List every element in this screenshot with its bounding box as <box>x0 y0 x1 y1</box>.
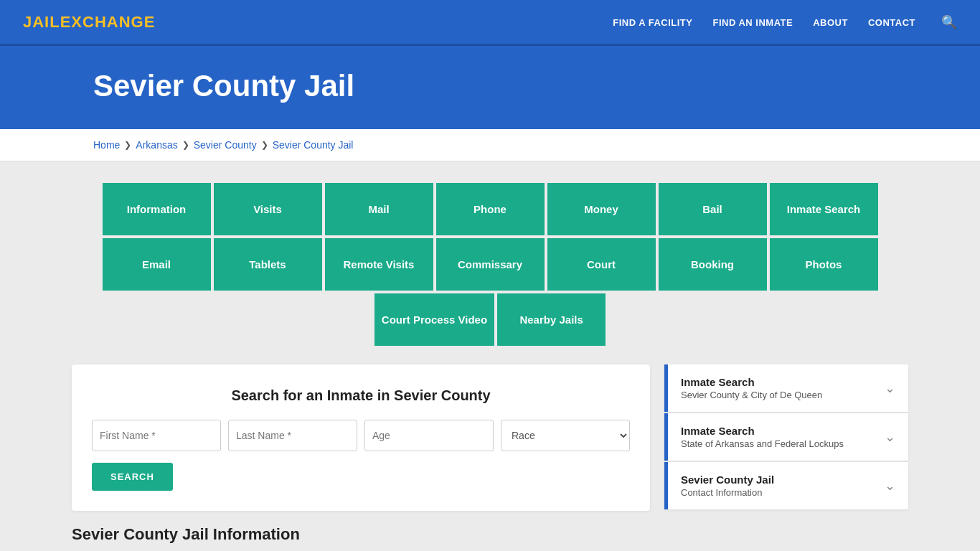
btn-nearby-jails[interactable]: Nearby Jails <box>496 292 607 347</box>
navbar: JAILEXCHANGE FIND A FACILITY FIND AN INM… <box>0 0 980 46</box>
nav-contact[interactable]: CONTACT <box>868 16 915 29</box>
sidebar-county-title: Inmate Search <box>681 376 822 388</box>
nav-find-facility[interactable]: FIND A FACILITY <box>613 16 692 29</box>
breadcrumb-sep-1: ❯ <box>124 140 131 150</box>
bottom-section: Sevier County Jail Information <box>72 525 908 544</box>
btn-commissary[interactable]: Commissary <box>435 237 546 292</box>
btn-email[interactable]: Email <box>101 237 212 292</box>
breadcrumb-sep-2: ❯ <box>182 140 189 150</box>
first-name-input[interactable] <box>92 420 221 451</box>
btn-phone[interactable]: Phone <box>435 182 546 237</box>
search-button[interactable]: SEARCH <box>92 463 173 491</box>
search-form-box: Search for an Inmate in Sevier County Ra… <box>72 364 650 511</box>
chevron-down-icon-3: ⌄ <box>885 478 895 494</box>
grid-buttons: Information Visits Mail Phone Money Bail… <box>72 182 908 347</box>
nav-about[interactable]: ABOUT <box>813 16 848 29</box>
btn-court-process-video[interactable]: Court Process Video <box>373 292 496 347</box>
btn-bail[interactable]: Bail <box>657 182 768 237</box>
sidebar-item-contact[interactable]: Sevier County Jail Contact Information ⌄ <box>664 462 908 509</box>
btn-money[interactable]: Money <box>546 182 657 237</box>
sidebar: Inmate Search Sevier County & City of De… <box>664 364 908 509</box>
btn-row-3: Court Process Video Nearby Jails <box>373 292 607 347</box>
race-select[interactable]: Race White Black Hispanic Asian Other <box>501 420 630 451</box>
hero-section: Sevier County Jail <box>0 46 980 129</box>
btn-inmate-search[interactable]: Inmate Search <box>768 182 880 237</box>
sidebar-item-state-search[interactable]: Inmate Search State of Arkansas and Fede… <box>664 413 908 461</box>
sidebar-contact-sub: Contact Information <box>681 487 774 498</box>
page-title: Sevier County Jail <box>93 69 887 103</box>
nav-links: FIND A FACILITY FIND AN INMATE ABOUT CON… <box>613 14 957 30</box>
breadcrumb-home[interactable]: Home <box>93 139 120 151</box>
breadcrumb-arkansas[interactable]: Arkansas <box>136 139 177 151</box>
search-form-title: Search for an Inmate in Sevier County <box>92 387 630 404</box>
sidebar-county-sub: Sevier County & City of De Queen <box>681 390 822 400</box>
btn-row-2: Email Tablets Remote Visits Commissary C… <box>101 237 880 292</box>
content-area: Search for an Inmate in Sevier County Ra… <box>72 364 908 511</box>
logo-part1: JAIL <box>23 13 60 31</box>
logo-part2: EXCHANGE <box>60 13 156 31</box>
bottom-heading: Sevier County Jail Information <box>72 525 908 544</box>
breadcrumb-sevier-county[interactable]: Sevier County <box>194 139 257 151</box>
btn-row-1: Information Visits Mail Phone Money Bail… <box>101 182 880 237</box>
btn-information[interactable]: Information <box>101 182 212 237</box>
chevron-down-icon: ⌄ <box>885 380 895 396</box>
breadcrumb-current: Sevier County Jail <box>273 139 354 151</box>
btn-remote-visits[interactable]: Remote Visits <box>324 237 435 292</box>
site-logo[interactable]: JAILEXCHANGE <box>23 13 155 32</box>
age-input[interactable] <box>364 420 494 451</box>
btn-tablets[interactable]: Tablets <box>212 237 324 292</box>
btn-mail[interactable]: Mail <box>324 182 435 237</box>
breadcrumb: Home ❯ Arkansas ❯ Sevier County ❯ Sevier… <box>93 139 887 151</box>
breadcrumb-sep-3: ❯ <box>261 140 268 150</box>
main-content: Information Visits Mail Phone Money Bail… <box>0 161 980 551</box>
btn-court[interactable]: Court <box>546 237 657 292</box>
sidebar-state-title: Inmate Search <box>681 425 844 437</box>
chevron-down-icon-2: ⌄ <box>885 429 895 445</box>
sidebar-contact-title: Sevier County Jail <box>681 474 774 486</box>
form-fields: Race White Black Hispanic Asian Other <box>92 420 630 451</box>
btn-photos[interactable]: Photos <box>768 237 880 292</box>
btn-booking[interactable]: Booking <box>657 237 768 292</box>
sidebar-item-county-search[interactable]: Inmate Search Sevier County & City of De… <box>664 364 908 412</box>
sidebar-state-sub: State of Arkansas and Federal Lockups <box>681 438 844 449</box>
search-icon[interactable]: 🔍 <box>941 15 957 29</box>
breadcrumb-bar: Home ❯ Arkansas ❯ Sevier County ❯ Sevier… <box>0 129 980 161</box>
btn-visits[interactable]: Visits <box>212 182 324 237</box>
nav-find-inmate[interactable]: FIND AN INMATE <box>712 16 793 29</box>
last-name-input[interactable] <box>228 420 357 451</box>
